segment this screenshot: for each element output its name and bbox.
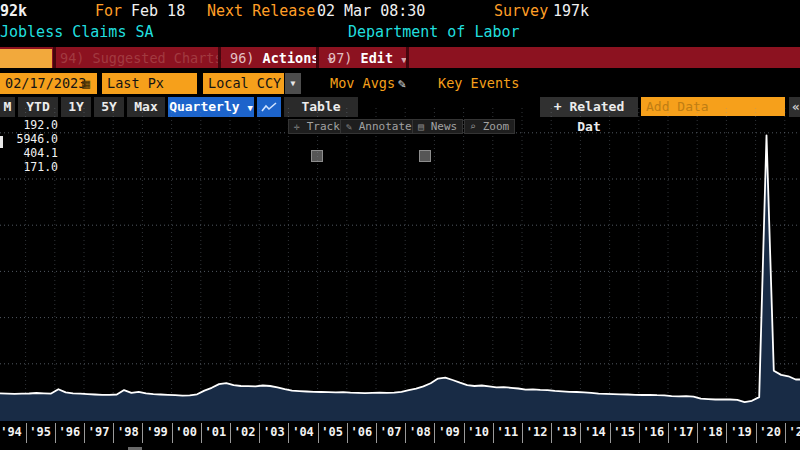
track-label: Track xyxy=(307,120,340,133)
currency-selector[interactable]: Local CCY xyxy=(203,73,284,94)
date-input[interactable]: 02/17/2023 ▦ xyxy=(0,73,97,94)
header-row-2: Jobless Claims SA Department of Labor xyxy=(0,23,800,43)
survey-value: 197k xyxy=(553,2,589,20)
suggested-charts-label: Suggested Charts xyxy=(93,50,223,66)
pencil-icon[interactable]: ✎ xyxy=(398,73,406,94)
x-axis-separator xyxy=(172,423,173,443)
x-axis-label: '94 xyxy=(0,425,22,439)
news-page-icon: ▤ xyxy=(418,121,424,132)
edit-label: Edit xyxy=(361,50,394,66)
x-axis-label: '19 xyxy=(730,425,752,439)
x-axis-separator xyxy=(464,423,465,443)
x-axis-separator xyxy=(610,423,611,443)
x-axis-separator xyxy=(113,423,114,443)
x-axis-separator xyxy=(55,423,56,443)
x-axis-label: '21 xyxy=(789,425,800,439)
menu-divider xyxy=(406,47,409,68)
x-axis-label: '07 xyxy=(380,425,402,439)
menu-divider xyxy=(53,47,56,68)
currency-value: Local CCY xyxy=(208,75,281,91)
x-axis-label: '01 xyxy=(205,425,227,439)
high-axis-marker xyxy=(0,136,3,148)
source-name: Department of Labor xyxy=(348,23,520,41)
x-axis-label: '00 xyxy=(175,425,197,439)
x-axis-label: '12 xyxy=(526,425,548,439)
x-axis-label: '13 xyxy=(555,425,577,439)
price-field-value: Last Px xyxy=(107,75,164,91)
area-series xyxy=(0,135,800,421)
news-button[interactable]: ▤ News xyxy=(412,119,463,134)
news-label: News xyxy=(431,120,458,133)
actions-num: 96) xyxy=(230,50,254,66)
price-field-selector[interactable]: Last Px xyxy=(102,73,197,94)
annotate-button[interactable]: ✎ Annotate xyxy=(340,119,418,134)
x-axis-separator xyxy=(26,423,27,443)
x-axis: '94'95'96'97'98'99'00'01'02'03'04'05'06'… xyxy=(0,421,800,447)
line-series xyxy=(0,135,800,402)
x-axis-separator xyxy=(726,423,727,443)
stats-panel: 192.0 5946.0 404.1 171.0 xyxy=(0,118,58,174)
for-label: For xyxy=(95,2,122,20)
for-value: Feb 18 xyxy=(131,2,185,20)
calendar-icon[interactable]: ▦ xyxy=(82,73,90,94)
suggested-charts-num: 94) xyxy=(60,50,84,66)
stat-last: 192.0 xyxy=(0,118,58,132)
next-release-label: Next Release xyxy=(207,2,315,20)
survey-label: Survey xyxy=(494,2,548,20)
x-axis-separator xyxy=(259,423,260,443)
menubar: 94) Suggested Charts 96) Actions ▼ 97) E… xyxy=(0,47,800,70)
menu-divider xyxy=(218,47,221,68)
chevron-down-icon: ▼ xyxy=(291,79,296,88)
annotate-pencil-icon: ✎ xyxy=(346,121,352,132)
stat-average: 404.1 xyxy=(0,146,58,160)
mov-avgs-label: Mov Avgs xyxy=(330,73,395,94)
x-axis-label: '06 xyxy=(351,425,373,439)
x-axis-label: '98 xyxy=(117,425,139,439)
x-axis-label: '95 xyxy=(29,425,51,439)
x-axis-label: '18 xyxy=(701,425,723,439)
header-row-1: 92k For Feb 18 Next Release 02 Mar 08:30… xyxy=(0,2,800,22)
x-axis-separator xyxy=(142,423,143,443)
controls-row: 02/17/2023 ▦ Last Px Local CCY ▼ Mov Avg… xyxy=(0,73,800,94)
x-axis-label: '17 xyxy=(672,425,694,439)
actions-label: Actions xyxy=(263,50,320,66)
x-axis-label: '04 xyxy=(292,425,314,439)
x-axis-separator xyxy=(580,423,581,443)
x-axis-label: '14 xyxy=(584,425,606,439)
track-button[interactable]: ✛ Track xyxy=(288,119,346,134)
x-axis-label: '03 xyxy=(263,425,285,439)
x-axis-label: '96 xyxy=(59,425,81,439)
x-axis-label: '10 xyxy=(467,425,489,439)
x-axis-label: '08 xyxy=(409,425,431,439)
x-axis-label: '11 xyxy=(497,425,519,439)
menu-accent-block[interactable] xyxy=(0,49,52,68)
x-axis-separator xyxy=(551,423,552,443)
edit-menu[interactable]: 97) Edit ▼ xyxy=(328,49,407,67)
x-axis-label: '02 xyxy=(234,425,256,439)
date-value: 02/17/2023 xyxy=(5,75,86,91)
x-axis-separator xyxy=(639,423,640,443)
x-axis-separator xyxy=(230,423,231,443)
x-axis-separator xyxy=(84,423,85,443)
x-axis-separator xyxy=(376,423,377,443)
suggested-charts-menu[interactable]: 94) Suggested Charts xyxy=(60,49,223,67)
edit-num: 97) xyxy=(328,50,352,66)
jobless-claims-chart[interactable] xyxy=(0,108,800,421)
currency-dropdown-button[interactable]: ▼ xyxy=(285,73,301,94)
next-release-value: 02 Mar 08:30 xyxy=(317,2,425,20)
x-axis-separator xyxy=(434,423,435,443)
zoom-button[interactable]: ⌕ Zoom xyxy=(464,119,515,134)
annotate-label: Annotate xyxy=(359,120,412,133)
x-axis-separator xyxy=(522,423,523,443)
x-axis-separator xyxy=(288,423,289,443)
x-axis-separator xyxy=(756,423,757,443)
track-crosshair-icon: ✛ xyxy=(294,121,300,132)
x-axis-label: '20 xyxy=(759,425,781,439)
x-axis-separator xyxy=(318,423,319,443)
key-events-label: Key Events xyxy=(438,73,519,94)
x-axis-label: '16 xyxy=(643,425,665,439)
x-axis-separator xyxy=(785,423,786,443)
x-axis-separator xyxy=(347,423,348,443)
stat-low: 171.0 xyxy=(0,160,58,174)
security-name: Jobless Claims SA xyxy=(0,23,154,41)
